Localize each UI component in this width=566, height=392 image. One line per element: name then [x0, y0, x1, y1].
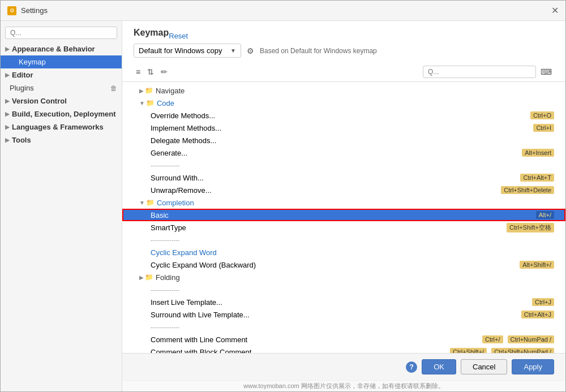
separator-label: --------------: [151, 162, 554, 169]
sidebar-item-editor[interactable]: ▶ Editor: [1, 68, 122, 81]
shortcut-badge: Ctrl+/: [482, 335, 503, 343]
shortcut-badge: Alt+Shift+/: [520, 261, 554, 269]
sidebar-item-label: Plugins: [10, 84, 108, 92]
tree-row[interactable]: Surround with Live Template... Ctrl+Alt+…: [122, 308, 565, 321]
shortcut-group: Ctrl+Shift+Delete: [499, 186, 554, 194]
tree-row[interactable]: Override Methods... Ctrl+O: [122, 109, 565, 122]
tree-label: Insert Live Template...: [151, 298, 530, 307]
tree-label: Unwrap/Remove...: [151, 186, 499, 195]
gear-icon[interactable]: ⚙: [247, 46, 254, 55]
shortcut-badge: Ctrl+J: [532, 298, 554, 306]
expand-all-button[interactable]: ≡: [134, 66, 143, 77]
tree-label: Folding: [156, 273, 554, 282]
sidebar-item-label: Keymap: [10, 58, 117, 66]
tree-row[interactable]: Comment with Block Comment Ctrl+Shift+/ …: [122, 346, 565, 353]
folder-icon: 📁: [145, 273, 153, 281]
folder-icon: 📁: [145, 87, 153, 94]
folder-icon: 📁: [146, 99, 155, 107]
tree-row-basic[interactable]: Basic Alt+/: [122, 209, 565, 221]
settings-window: ⚙ Settings ✕ ▶ Appearance & Behavior Key…: [0, 0, 566, 392]
tree-row[interactable]: Generate... Alt+Insert: [122, 147, 565, 159]
tree-row[interactable]: ▶ 📁 Navigate: [122, 84, 565, 97]
titlebar-left: ⚙ Settings: [7, 6, 48, 15]
tree-label: Override Methods...: [151, 111, 528, 120]
sidebar-item-label: Languages & Frameworks: [12, 123, 117, 131]
tree-label: Navigate: [156, 87, 554, 95]
apply-button[interactable]: Apply: [512, 359, 554, 374]
arrow-icon: ▶: [5, 72, 10, 78]
tree-row[interactable]: Insert Live Template... Ctrl+J: [122, 296, 565, 308]
shortcut-group: Ctrl+Alt+T: [518, 174, 554, 182]
tree-row[interactable]: Unwrap/Remove... Ctrl+Shift+Delete: [122, 184, 565, 196]
tree-row[interactable]: ▼ 📁 Completion: [122, 196, 565, 209]
tree-row: --------------: [122, 234, 565, 246]
app-icon: ⚙: [7, 6, 16, 15]
collapse-all-button[interactable]: ⇅: [145, 66, 156, 77]
footer: ? OK Cancel Apply: [122, 353, 565, 380]
search-by-shortcut-button[interactable]: ⌨: [538, 66, 554, 77]
sidebar-item-version-control[interactable]: ▶ Version Control: [1, 94, 122, 107]
sidebar-item-build[interactable]: ▶ Build, Execution, Deployment: [1, 107, 122, 120]
sidebar-item-label: Version Control: [12, 97, 117, 105]
shortcut-group: Ctrl+Shift+空格: [504, 223, 554, 232]
tree-row[interactable]: Implement Methods... Ctrl+I: [122, 122, 565, 134]
shortcut-badge: Alt+Insert: [522, 149, 554, 157]
shortcut-group: Ctrl+O: [528, 111, 554, 119]
arrow-right-icon: ▶: [139, 88, 144, 94]
shortcut-group: Alt+/: [534, 211, 554, 219]
arrow-right-icon: ▶: [139, 274, 144, 281]
tree-search-input[interactable]: [423, 66, 536, 78]
shortcut-badge: Ctrl+NumPad /: [508, 335, 554, 343]
keymap-select-value: Default for Windows copy: [139, 46, 222, 55]
sidebar-item-label: Tools: [12, 136, 117, 144]
tree-row[interactable]: Cyclic Expand Word (Backward) Alt+Shift+…: [122, 259, 565, 271]
tree-row[interactable]: SmartType Ctrl+Shift+空格: [122, 221, 565, 234]
shortcut-group: Alt+Shift+/: [517, 261, 554, 269]
tree-label: SmartType: [151, 223, 504, 232]
sidebar-item-keymap[interactable]: Keymap: [1, 55, 122, 68]
tree-row[interactable]: Surround With... Ctrl+Alt+T: [122, 171, 565, 184]
based-on-label: Based on Default for Windows keymap: [260, 47, 377, 55]
sidebar-item-plugins[interactable]: Plugins 🗑: [1, 81, 122, 94]
toolbar-row: ≡ ⇅ ✏ ⌨: [122, 62, 565, 82]
folder-icon: 📁: [146, 199, 155, 206]
shortcut-group: Ctrl+I: [531, 124, 554, 132]
chevron-down-icon: ▼: [230, 48, 236, 54]
main-header: Keymap Reset Default for Windows copy ▼ …: [122, 21, 565, 62]
sidebar-search-input[interactable]: [5, 27, 117, 39]
sidebar-item-languages[interactable]: ▶ Languages & Frameworks: [1, 120, 122, 133]
sidebar-item-label: Appearance & Behavior: [12, 45, 117, 53]
shortcut-badge: Ctrl+Shift+NumPad /: [491, 348, 554, 353]
tree-label: Comment with Line Comment: [151, 335, 480, 344]
search-right: ⌨: [423, 66, 554, 78]
arrow-down-icon: ▼: [139, 100, 145, 106]
arrow-icon: ▶: [5, 46, 10, 52]
reset-link[interactable]: Reset: [169, 32, 188, 40]
tree-label: Implement Methods...: [151, 124, 531, 132]
tree-label: Delegate Methods...: [151, 136, 554, 145]
tree-label: Comment with Block Comment: [151, 348, 448, 354]
close-button[interactable]: ✕: [551, 5, 559, 16]
tree-label: Surround with Live Template...: [151, 311, 519, 319]
tree-label: Completion: [157, 199, 554, 207]
tree-row[interactable]: ▼ 📁 Code: [122, 97, 565, 109]
shortcut-badge: Ctrl+Alt+J: [521, 311, 554, 318]
sidebar-item-tools[interactable]: ▶ Tools: [1, 133, 122, 147]
shortcut-badge: Alt+/: [536, 211, 554, 219]
titlebar: ⚙ Settings ✕: [1, 1, 565, 21]
tree-row[interactable]: ▶ 📁 Folding: [122, 271, 565, 283]
edit-button[interactable]: ✏: [158, 66, 170, 77]
tree-row-cyclic-expand[interactable]: Cyclic Expand Word: [122, 246, 565, 259]
ok-button[interactable]: OK: [422, 359, 456, 374]
help-button[interactable]: ?: [406, 361, 417, 373]
tree-row[interactable]: Delegate Methods...: [122, 134, 565, 147]
cancel-button[interactable]: Cancel: [461, 359, 507, 374]
tree-label: Code: [157, 99, 554, 107]
shortcut-group: Alt+Insert: [520, 149, 554, 157]
keymap-select[interactable]: Default for Windows copy ▼: [134, 44, 241, 58]
tree-area: ▶ 📁 Navigate ▼ 📁 Code Override Methods..…: [122, 82, 565, 353]
tree-row[interactable]: Comment with Line Comment Ctrl+/ Ctrl+Nu…: [122, 333, 565, 346]
main-header-row: Keymap Reset: [134, 28, 554, 44]
shortcut-group: Ctrl+Shift+/ Ctrl+Shift+NumPad /: [448, 348, 554, 353]
sidebar-item-appearance[interactable]: ▶ Appearance & Behavior: [1, 42, 122, 55]
